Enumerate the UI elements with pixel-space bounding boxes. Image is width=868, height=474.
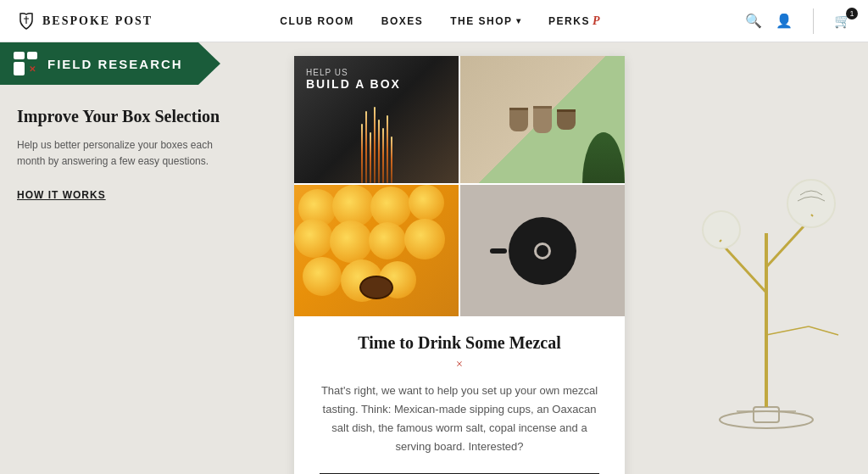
main-content: ✕ FIELD RESEARCH Improve Your Box Select… (0, 42, 868, 474)
svg-point-7 (703, 211, 740, 248)
cup-3 (557, 109, 576, 130)
field-research-icon: ✕ (14, 52, 37, 75)
nav-perks[interactable]: PERKS P (548, 14, 601, 28)
logo-text: BESPOKE POST (42, 14, 153, 28)
cup-2 (533, 106, 552, 133)
card-body: Time to Drink Some Mezcal × That's right… (294, 316, 625, 474)
svg-rect-1 (754, 407, 779, 422)
incense-sticks (361, 81, 392, 183)
nav-boxes[interactable]: BOXES (381, 15, 424, 27)
user-icon[interactable]: 👤 (776, 13, 793, 29)
svg-line-8 (720, 240, 721, 242)
header-divider (813, 8, 814, 34)
search-icon[interactable]: 🔍 (745, 13, 762, 29)
board-visual (460, 185, 625, 316)
build-box-label: BUILD A BOX (306, 77, 401, 91)
serving-board (509, 217, 576, 285)
main-nav: CLUB ROOM BOXES THE SHOP ▾ PERKS P (153, 14, 728, 28)
nav-club-room[interactable]: CLUB ROOM (280, 15, 354, 27)
sidebar-description: Help us better personalize your boxes ea… (17, 137, 237, 170)
sidebar-heading: Improve Your Box Selection (17, 105, 237, 127)
plant-overlay (582, 98, 625, 183)
help-us-label: Help Us (306, 68, 401, 77)
left-sidebar: ✕ FIELD RESEARCH Improve Your Box Select… (0, 42, 254, 474)
card-image-grid: Help Us BUILD A BOX (294, 56, 625, 316)
card-description: That's right, we want to help you set up… (320, 382, 599, 456)
svg-line-9 (766, 326, 809, 335)
cups-visual (460, 56, 625, 183)
field-research-banner: ✕ FIELD RESEARCH (0, 42, 220, 85)
lamp-sketch (669, 64, 864, 454)
how-it-works-link[interactable]: HOW IT WORKS (17, 189, 106, 201)
svg-line-10 (809, 326, 838, 335)
header-icons: 🔍 👤 🛒 1 (745, 8, 851, 34)
field-research-label: FIELD RESEARCH (47, 57, 183, 71)
lemons-visual (294, 185, 459, 316)
chevron-down-icon: ▾ (516, 16, 522, 25)
product-card: Help Us BUILD A BOX (294, 56, 625, 474)
svg-point-4 (787, 180, 835, 227)
card-image-cups (460, 56, 625, 183)
logo-icon (17, 12, 36, 31)
svg-line-6 (720, 242, 766, 293)
card-image-build-box: Help Us BUILD A BOX (294, 56, 459, 183)
card-image-lemons (294, 185, 459, 316)
cup-1 (509, 108, 528, 131)
cart-badge-count: 1 (846, 8, 858, 20)
card-title: Time to Drink Some Mezcal (320, 333, 599, 353)
logo-area: BESPOKE POST (17, 12, 153, 31)
card-image-board (460, 185, 625, 316)
cart-icon[interactable]: 🛒 1 (834, 13, 851, 29)
board-handle (490, 248, 507, 254)
perks-script-icon: P (593, 14, 601, 28)
card-accent: × (320, 358, 599, 371)
sidebar-content: Improve Your Box Selection Help us bette… (0, 85, 254, 219)
salt-dish (359, 276, 393, 299)
svg-line-5 (811, 215, 813, 216)
center-card: Help Us BUILD A BOX (254, 42, 665, 474)
nav-the-shop[interactable]: THE SHOP ▾ (450, 15, 521, 27)
right-lamp-area (665, 42, 868, 474)
svg-point-0 (720, 411, 813, 428)
